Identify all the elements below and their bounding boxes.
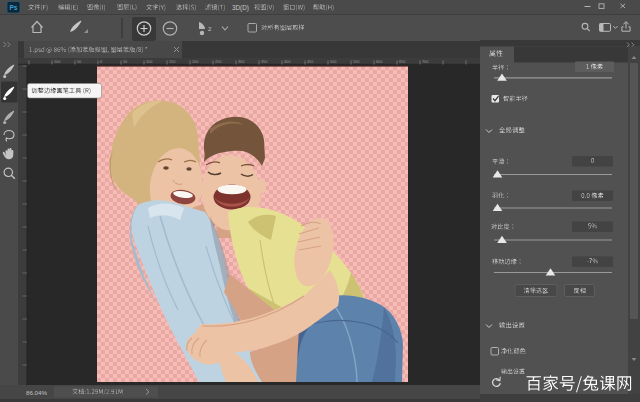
svg-text:550: 550 xyxy=(353,60,359,64)
svg-text:100: 100 xyxy=(146,60,152,64)
svg-text:0: 0 xyxy=(100,60,102,64)
svg-text:100: 100 xyxy=(54,60,60,64)
svg-text:86.04%: 86.04% xyxy=(26,389,47,396)
svg-text:300: 300 xyxy=(238,60,244,64)
svg-text:450: 450 xyxy=(307,60,313,64)
svg-text:Ps: Ps xyxy=(10,4,18,11)
svg-text:400: 400 xyxy=(284,60,290,64)
svg-text:50: 50 xyxy=(123,60,127,64)
svg-text:200: 200 xyxy=(192,60,198,64)
svg-text:250: 250 xyxy=(215,60,221,64)
svg-text:150: 150 xyxy=(169,60,175,64)
svg-text:3D(D): 3D(D) xyxy=(232,4,249,12)
svg-text:350: 350 xyxy=(261,60,267,64)
svg-text:500: 500 xyxy=(330,60,336,64)
svg-text:700: 700 xyxy=(422,60,428,64)
svg-text:650: 650 xyxy=(399,60,405,64)
svg-text:600: 600 xyxy=(376,60,382,64)
svg-text:50: 50 xyxy=(77,60,81,64)
